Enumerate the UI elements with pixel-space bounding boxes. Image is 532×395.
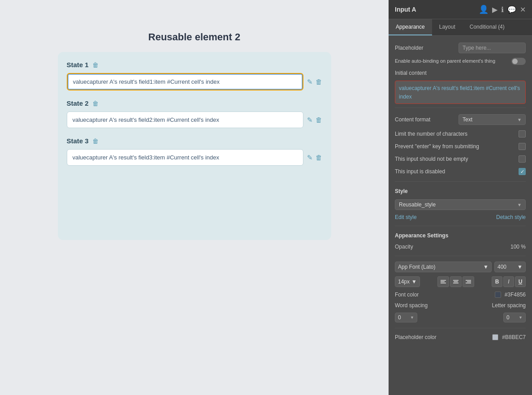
divider-3 xyxy=(395,226,526,226)
underline-btn[interactable]: U xyxy=(515,276,526,287)
panel-tabs: Appearance Layout Conditional (4) xyxy=(389,19,532,36)
state-1-input-row: ✎ 🗑 xyxy=(67,73,322,90)
comment-icon[interactable]: 💬 xyxy=(507,5,516,14)
detach-style-link[interactable]: Detach style xyxy=(496,214,526,220)
font-family-chevron-icon: ▼ xyxy=(483,264,489,270)
font-color-swatch[interactable] xyxy=(495,292,501,298)
appearance-settings-label: Appearance Settings xyxy=(395,232,526,239)
limit-chars-checkbox[interactable] xyxy=(519,130,526,137)
word-spacing-label: Word spacing xyxy=(395,302,460,309)
disabled-label: This input is disabled xyxy=(395,168,515,175)
font-weight-value: 400 xyxy=(497,264,506,270)
initial-content-label: Initial content xyxy=(395,70,526,76)
opacity-row: Opacity 100 % xyxy=(389,241,532,252)
state-1-delete-icon[interactable]: 🗑 xyxy=(92,61,99,69)
placeholder-color-row: Placeholder color #B8BEC7 xyxy=(389,332,532,343)
user-icon[interactable]: 👤 xyxy=(479,4,489,14)
state-2-input[interactable] xyxy=(67,112,303,128)
panel-header-icons: 👤 ▶ ℹ 💬 ✕ xyxy=(479,4,526,14)
letter-spacing-chevron-icon: ▼ xyxy=(519,315,523,320)
letter-spacing-group: 0 ▼ xyxy=(422,313,526,322)
tab-conditional[interactable]: Conditional (4) xyxy=(463,19,512,35)
play-icon[interactable]: ▶ xyxy=(492,5,497,14)
font-controls-row: 14px ▼ B I U xyxy=(389,274,532,289)
state-3-delete-icon[interactable]: 🗑 xyxy=(92,137,99,145)
state-1-section: State 1 🗑 ✎ 🗑 xyxy=(67,61,322,90)
prevent-enter-label: Prevent "enter" key from submitting xyxy=(395,143,515,150)
opacity-label: Opacity xyxy=(395,244,507,250)
letter-spacing-label: Letter spacing xyxy=(460,302,526,309)
state-3-edit-icon[interactable]: ✎ xyxy=(307,154,313,162)
state-2-header: State 2 🗑 xyxy=(67,99,322,107)
state-2-edit-icon[interactable]: ✎ xyxy=(307,116,313,124)
panel-body: Placeholder Enable auto-binding on paren… xyxy=(389,36,532,395)
align-left-btn[interactable] xyxy=(437,276,449,287)
state-3-header: State 3 🗑 xyxy=(67,137,322,145)
state-3-trash-icon[interactable]: 🗑 xyxy=(316,154,322,162)
style-select[interactable]: Reusable_style ▼ xyxy=(395,199,526,210)
reusable-container: State 1 🗑 ✎ 🗑 State 2 🗑 ✎ 🗑 xyxy=(58,52,331,240)
font-color-label: Font color xyxy=(395,292,491,298)
state-1-edit-icon[interactable]: ✎ xyxy=(307,78,313,86)
not-empty-checkbox[interactable] xyxy=(519,155,526,163)
word-spacing-group: 0 ▼ xyxy=(395,313,417,322)
font-weight-chevron-icon: ▼ xyxy=(517,264,523,270)
divider-5 xyxy=(395,328,526,328)
font-color-row: Font color #3F4856 xyxy=(389,289,532,300)
placeholder-input[interactable] xyxy=(458,43,526,53)
content-format-select[interactable]: Text ▼ xyxy=(458,114,526,125)
limit-chars-row: Limit the number of characters xyxy=(389,128,532,140)
style-chevron-icon: ▼ xyxy=(517,202,522,207)
state-3-section: State 3 🗑 ✎ 🗑 xyxy=(67,137,322,166)
tab-appearance[interactable]: Appearance xyxy=(389,19,432,35)
opacity-value: 100 % xyxy=(510,244,526,250)
state-2-delete-icon[interactable]: 🗑 xyxy=(92,100,99,107)
state-2-trash-icon[interactable]: 🗑 xyxy=(316,116,322,124)
content-format-value: Text xyxy=(463,116,472,123)
enable-autobinding-toggle[interactable] xyxy=(511,58,526,65)
style-select-row: Reusable_style ▼ xyxy=(389,197,532,212)
style-label-row: Style xyxy=(389,185,532,197)
align-center-btn[interactable] xyxy=(450,276,462,287)
panel-title: Input A xyxy=(395,6,416,13)
state-1-input[interactable] xyxy=(67,73,303,90)
font-color-value: #3F4856 xyxy=(505,292,526,298)
style-label: Style xyxy=(395,188,526,194)
font-family-select[interactable]: App Font (Lato) ▼ xyxy=(395,262,492,272)
letter-spacing-value: 0 xyxy=(506,314,510,321)
state-3-row-icons: ✎ 🗑 xyxy=(307,154,322,162)
state-1-trash-icon[interactable]: 🗑 xyxy=(316,78,322,86)
close-icon[interactable]: ✕ xyxy=(520,5,526,14)
font-weight-select[interactable]: 400 ▼ xyxy=(494,262,526,272)
disabled-checkbox[interactable]: ✓ xyxy=(519,168,526,175)
spacing-labels-row: Word spacing Letter spacing xyxy=(389,300,532,311)
word-spacing-chevron-icon: ▼ xyxy=(410,315,414,320)
placeholder-row: Placeholder xyxy=(389,40,532,56)
initial-content-box[interactable]: valuecapturer A's result's field1:item #… xyxy=(395,81,526,104)
enable-autobinding-row: Enable auto-binding on parent element's … xyxy=(389,56,532,67)
appearance-settings-row: Appearance Settings xyxy=(389,230,532,241)
spacing-inputs-row: 0 ▼ 0 ▼ xyxy=(389,311,532,324)
font-size-select[interactable]: 14px ▼ xyxy=(395,276,420,287)
state-1-row-icons: ✎ 🗑 xyxy=(307,78,322,86)
word-spacing-value: 0 xyxy=(398,314,401,321)
canvas-area: Reusable element 2 State 1 🗑 ✎ 🗑 State 2… xyxy=(0,0,389,395)
bold-btn[interactable]: B xyxy=(492,276,502,287)
state-2-row-icons: ✎ 🗑 xyxy=(307,116,322,124)
edit-style-link[interactable]: Edit style xyxy=(395,214,417,220)
divider-2 xyxy=(395,181,526,182)
panel-header: Input A 👤 ▶ ℹ 💬 ✕ xyxy=(389,0,532,19)
prevent-enter-checkbox[interactable] xyxy=(519,143,526,150)
placeholder-color-label: Placeholder color xyxy=(395,334,489,340)
placeholder-color-swatch[interactable] xyxy=(492,334,498,340)
state-2-input-row: ✎ 🗑 xyxy=(67,112,322,128)
letter-spacing-input[interactable]: 0 ▼ xyxy=(503,313,526,322)
state-3-input[interactable] xyxy=(67,149,303,166)
right-panel: Input A 👤 ▶ ℹ 💬 ✕ Appearance Layout Cond… xyxy=(389,0,532,395)
italic-btn[interactable]: I xyxy=(503,276,514,287)
word-spacing-input[interactable]: 0 ▼ xyxy=(395,313,417,322)
align-right-btn[interactable] xyxy=(463,276,474,287)
state-3-input-row: ✎ 🗑 xyxy=(67,149,322,166)
info-icon[interactable]: ℹ xyxy=(501,5,504,14)
tab-layout[interactable]: Layout xyxy=(432,19,463,35)
